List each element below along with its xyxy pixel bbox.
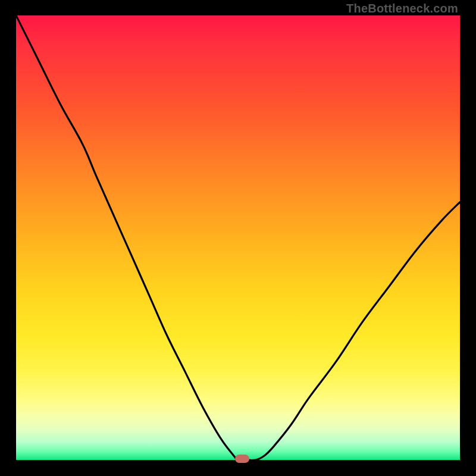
chart-frame: TheBottleneck.com (0, 0, 476, 476)
optimum-marker (235, 455, 249, 463)
attribution-label: TheBottleneck.com (346, 2, 458, 15)
bottleneck-curve (16, 15, 460, 460)
plot-area (16, 15, 460, 460)
